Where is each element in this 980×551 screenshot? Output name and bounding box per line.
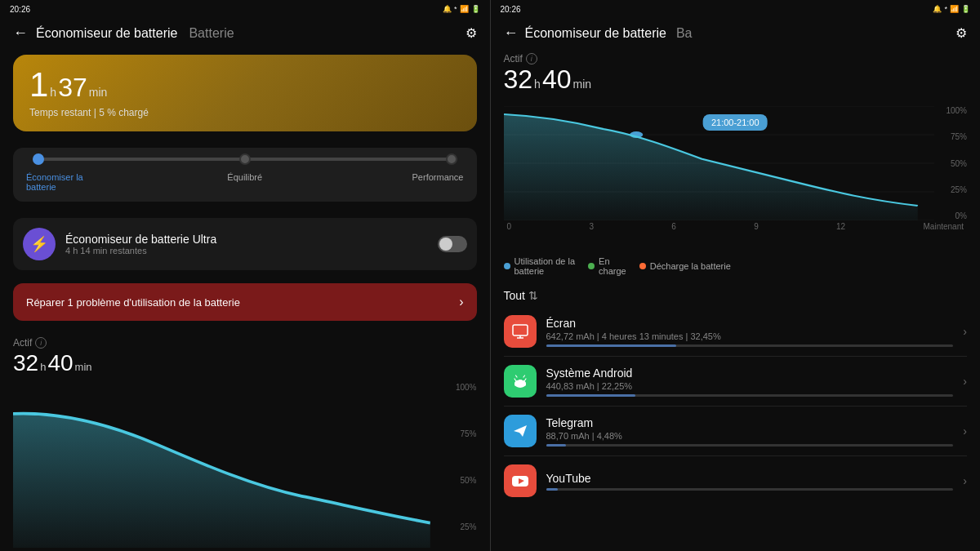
right-chart-y-labels: 100% 75% 50% 25% 0% <box>946 106 967 220</box>
mode-label-2[interactable]: Performance <box>318 172 464 192</box>
left-actif-section: Actif i 32 h 40 min <box>13 337 477 376</box>
app-item-youtube[interactable]: YouTube › <box>491 456 981 505</box>
legend-dot-utilisation <box>504 263 510 269</box>
right-header-title: Économiseur de batterie <box>525 26 666 41</box>
android-detail: 440,83 mAh | 22,25% <box>546 381 954 391</box>
left-back-button[interactable]: ← <box>13 24 28 42</box>
telegram-info: Telegram 88,70 mAh | 4,48% <box>546 416 954 447</box>
ultra-saver-title: Économiseur de batterie Ultra <box>65 233 216 246</box>
left-actif-label: Actif i <box>13 337 477 349</box>
right-actif-time: 32 h 40 min <box>504 64 968 95</box>
legend-decharge: Décharge la batterie <box>639 256 731 276</box>
battery-time-display: 1 h 37 min <box>29 68 461 102</box>
telegram-detail: 88,70 mAh | 4,48% <box>546 431 954 441</box>
repair-text: Réparer 1 problème d'utilisation de la b… <box>26 296 459 309</box>
app-item-telegram[interactable]: Telegram 88,70 mAh | 4,48% › <box>491 407 981 455</box>
legend-utilisation: Utilisation de labatterie <box>504 256 576 276</box>
mode-labels: Économiser labatterie Équilibré Performa… <box>26 172 464 192</box>
left-status-icons: 🔔 * 📶 🔋 <box>443 5 480 13</box>
android-bar-fill <box>546 394 636 397</box>
right-chart-container: 21:00-21:00 100% 75% 50% 25% 0% <box>504 106 968 245</box>
legend-label-decharge: Décharge la batterie <box>650 261 731 271</box>
android-info: Système Android 440,83 mAh | 22,25% <box>546 367 954 397</box>
left-phone-screen: 20:26 🔔 * 📶 🔋 ← Économiseur de batterie … <box>0 0 491 551</box>
right-status-bar: 20:26 🔔 * 📶 🔋 <box>491 0 981 18</box>
ultra-saver-icon: ⚡ <box>23 228 56 260</box>
left-header: ← Économiseur de batterie Batterie ⚙ <box>0 18 490 48</box>
left-actif-hours: 32 <box>13 350 38 376</box>
battery-minutes: 37 <box>58 74 87 100</box>
telegram-bar-fill <box>546 444 567 447</box>
left-actif-minutes-unit: min <box>75 361 92 373</box>
repair-card[interactable]: Réparer 1 problème d'utilisation de la b… <box>13 283 477 321</box>
app-item-android[interactable]: Système Android 440,83 mAh | 22,25% › <box>491 357 981 406</box>
mode-dot-1[interactable] <box>239 153 251 165</box>
right-back-button[interactable]: ← <box>504 24 519 42</box>
right-status-icons: 🔔 * 📶 🔋 <box>933 5 970 13</box>
android-name: Système Android <box>546 367 954 380</box>
right-actif-minutes-unit: min <box>572 78 591 91</box>
legend-label-utilisation: Utilisation de labatterie <box>514 256 576 276</box>
right-header: ← Économiseur de batterie Ba ⚙ <box>491 18 981 48</box>
mode-dot-0[interactable] <box>33 153 44 165</box>
chart-tooltip: 21:00-21:00 <box>703 114 768 131</box>
telegram-icon <box>504 415 537 447</box>
youtube-arrow: › <box>963 474 967 487</box>
right-status-time: 20:26 <box>501 5 521 14</box>
tout-label: Tout <box>504 289 525 302</box>
left-actif-info-icon[interactable]: i <box>35 337 47 349</box>
ultra-saver-toggle[interactable] <box>438 236 467 252</box>
left-chart-svg <box>13 383 430 548</box>
svg-point-10 <box>517 379 519 380</box>
android-bar-track <box>546 394 954 397</box>
mode-track[interactable] <box>33 158 457 161</box>
battery-hours: 1 <box>29 68 48 102</box>
mode-label-0[interactable]: Économiser labatterie <box>26 172 172 192</box>
android-icon <box>504 365 537 398</box>
legend-label-encharge: Encharge <box>599 256 626 276</box>
right-chart-x-labels: 0 3 6 9 12 Maintenant <box>504 222 968 231</box>
right-gear-button[interactable]: ⚙ <box>956 25 967 41</box>
app-item-ecran[interactable]: Écran 642,72 mAh | 4 heures 13 minutes |… <box>491 307 981 356</box>
repair-arrow: › <box>459 295 463 309</box>
right-actif-section: Actif i 32 h 40 min <box>491 48 981 100</box>
youtube-icon <box>504 464 537 497</box>
ecran-arrow: › <box>963 325 967 338</box>
battery-hours-unit: h <box>50 86 56 99</box>
left-chart-area: 100% 75% 50% 25% <box>13 383 477 548</box>
youtube-info: YouTube <box>546 472 954 491</box>
left-header-subtitle[interactable]: Batterie <box>189 26 234 41</box>
telegram-bar-track <box>546 444 954 447</box>
right-phone-screen: 20:26 🔔 * 📶 🔋 ← Économiseur de batterie … <box>491 0 981 551</box>
mode-label-1[interactable]: Équilibré <box>172 172 318 192</box>
android-arrow: › <box>963 375 967 388</box>
ecran-icon <box>504 315 537 348</box>
telegram-name: Telegram <box>546 416 954 429</box>
left-actif-time: 32 h 40 min <box>13 350 477 376</box>
left-actif-hours-unit: h <box>40 361 46 373</box>
svg-rect-6 <box>513 325 528 335</box>
left-actif-minutes: 40 <box>47 350 73 376</box>
legend-en-charge: Encharge <box>588 256 626 276</box>
battery-subtitle: Temps restant | 5 % chargé <box>29 107 461 118</box>
chart-legend: Utilisation de labatterie Encharge Décha… <box>491 251 981 281</box>
mode-dot-2[interactable] <box>446 153 457 165</box>
app-list: Écran 642,72 mAh | 4 heures 13 minutes |… <box>491 307 981 551</box>
ultra-saver-row[interactable]: ⚡ Économiseur de batterie Ultra 4 h 14 m… <box>13 218 477 270</box>
ecran-bar-fill <box>546 344 677 347</box>
ecran-detail: 642,72 mAh | 4 heures 13 minutes | 32,45… <box>546 331 954 341</box>
tout-header[interactable]: Tout ⇅ <box>491 284 981 307</box>
ecran-info: Écran 642,72 mAh | 4 heures 13 minutes |… <box>546 317 954 347</box>
left-chart-y-labels: 100% 75% 50% 25% <box>452 383 477 531</box>
youtube-name: YouTube <box>546 472 954 485</box>
left-status-bar: 20:26 🔔 * 📶 🔋 <box>0 0 490 18</box>
ultra-saver-text: Économiseur de batterie Ultra 4 h 14 min… <box>65 233 216 256</box>
right-actif-hours: 32 <box>504 64 533 95</box>
youtube-bar-fill <box>546 488 559 491</box>
right-actif-info-icon[interactable]: i <box>526 53 537 64</box>
legend-dot-decharge <box>639 263 646 269</box>
left-status-time: 20:26 <box>10 5 30 14</box>
left-gear-button[interactable]: ⚙ <box>466 25 477 41</box>
ecran-name: Écran <box>546 317 954 330</box>
battery-card: 1 h 37 min Temps restant | 5 % chargé <box>13 55 477 131</box>
